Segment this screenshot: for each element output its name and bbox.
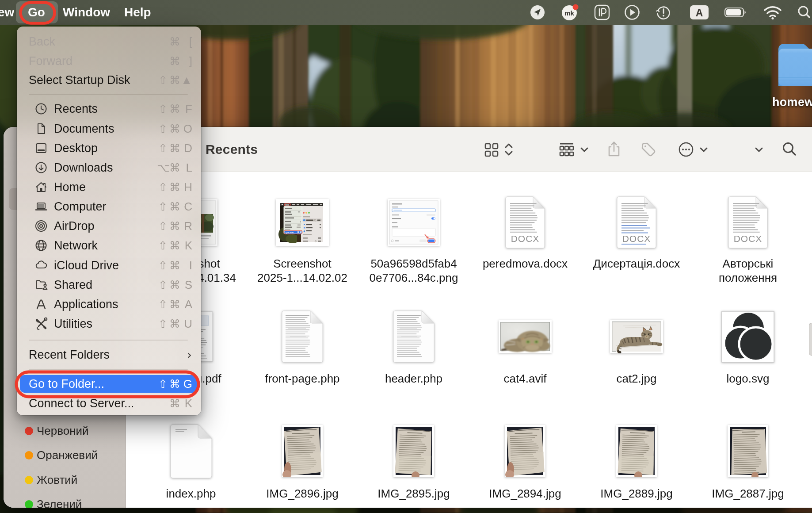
menu-item-icloud-drive[interactable]: iCloud Drive⇧⌘I [20, 256, 198, 274]
menu-item-forward[interactable]: Forward⌘] [20, 52, 198, 70]
sidebar-tag-Червоний[interactable]: Червоний [4, 422, 126, 440]
menu-item-computer[interactable]: Computer⇧⌘C [20, 198, 198, 215]
desktop-folder-homework[interactable]: homework [775, 40, 812, 111]
wifi-icon[interactable] [761, 0, 784, 25]
file-item[interactable]: cat4.avif [469, 308, 581, 386]
menu-item-label: Downloads [54, 161, 113, 175]
menu-item-label: Applications [54, 298, 118, 311]
menu-item-back[interactable]: Back⌘[ [20, 33, 198, 50]
file-thumbnail [692, 422, 804, 480]
menu-item-shortcut: ⇧⌘G [157, 377, 192, 391]
tag-label: Зелений [37, 498, 82, 508]
input-source-icon[interactable]: A [688, 0, 711, 25]
file-name: header.php [358, 371, 469, 386]
menu-item-label: Computer [54, 200, 107, 214]
file-thumbnail [358, 422, 469, 480]
folder-icon [775, 40, 812, 86]
file-name: IMG_2894.jpg [469, 486, 581, 501]
file-item[interactable]: front-page.php [247, 308, 358, 386]
scrollbar-thumb[interactable] [809, 323, 812, 356]
menu-item-desktop[interactable]: Desktop⇧⌘D [20, 139, 198, 157]
menu-item-utilities[interactable]: Utilities⇧⌘U [20, 315, 198, 333]
file-item[interactable]: header.php [358, 308, 469, 386]
menu-item-shortcut: ⌥⌘L [157, 161, 192, 175]
menu-item-label: Shared [54, 278, 92, 292]
tag-color-dot [25, 427, 33, 435]
sidebar-tag-Оранжевий[interactable]: Оранжевий [4, 446, 126, 464]
file-item[interactable]: IMG_2889.jpg [581, 422, 692, 501]
backup-alert-icon[interactable] [652, 0, 675, 25]
desktop-screen: homework ЧервонийОранжевийЖовтийЗелений … [0, 0, 812, 513]
home-icon [34, 180, 48, 194]
tag-color-dot [25, 451, 33, 459]
group-by-icon[interactable] [557, 127, 576, 172]
menu-item-network[interactable]: Network⇧⌘K [20, 237, 198, 254]
tag-icon[interactable] [639, 127, 658, 172]
menubar-item-window[interactable]: Window [63, 0, 110, 25]
menu-item-home[interactable]: Home⇧⌘H [20, 178, 198, 196]
mk-app-icon[interactable]: mk [559, 0, 582, 25]
menu-item-recents[interactable]: Recents⇧⌘F [20, 100, 198, 118]
file-thumbnail [469, 422, 581, 480]
file-item[interactable]: DOCX Авторськіположення [692, 194, 804, 285]
search-icon[interactable] [780, 127, 799, 172]
more-circle-icon[interactable] [676, 127, 696, 172]
menubar-item-help[interactable]: Help [124, 0, 151, 25]
menu-item-label: Select Startup Disk [29, 73, 130, 87]
menu-item-shortcut: ⇧⌘R [157, 219, 192, 233]
file-item[interactable]: 50a96598d5fab40e7706...84c.png [358, 194, 469, 285]
menu-item-applications[interactable]: Applications⇧⌘A [20, 295, 198, 313]
menubar-item-view[interactable]: View [0, 0, 14, 25]
sidebar-tag-Жовтий[interactable]: Жовтий [4, 471, 126, 489]
svg-text:Mail: Mail [285, 203, 289, 206]
file-item[interactable]: Mail Quit Mail Screenshot2025-1...14.02.… [247, 194, 358, 285]
menu-item-airdrop[interactable]: AirDrop⇧⌘R [20, 217, 198, 235]
chevron-down-icon[interactable] [575, 127, 594, 172]
updown-chevron-icon[interactable] [499, 127, 518, 172]
location-icon[interactable] [526, 0, 549, 25]
menu-separator [29, 340, 188, 341]
file-name: Авторськіположення [692, 256, 804, 285]
file-item[interactable]: IMG_2894.jpg [469, 422, 581, 501]
file-item[interactable]: IMG_2896.jpg [247, 422, 358, 501]
chevron-down-icon[interactable] [694, 127, 713, 172]
finder-toolbar: Recents [126, 127, 812, 172]
file-item[interactable]: cat2.jpg [581, 308, 692, 386]
menu-item-recent-folders[interactable]: Recent Folders› [20, 346, 198, 364]
menu-item-shared[interactable]: Shared⇧⌘S [20, 276, 198, 294]
parallels-icon[interactable] [591, 0, 614, 25]
menu-item-go-to-folder[interactable]: Go to Folder...⇧⌘G [20, 375, 198, 393]
spotlight-search-icon[interactable] [793, 0, 812, 25]
menu-item-shortcut: ⇧⌘▲ [157, 73, 192, 87]
file-item[interactable]: IMG_2887.jpg [692, 422, 804, 501]
desktop-icon [34, 142, 48, 155]
battery-icon[interactable] [724, 0, 747, 25]
file-thumbnail: DOCX [581, 194, 692, 251]
menu-item-label: Go to Folder... [29, 377, 104, 391]
menu-item-label: iCloud Drive [54, 259, 119, 272]
file-item[interactable]: DOCX peredmova.docx [469, 194, 581, 271]
file-name: IMG_2895.jpg [358, 486, 469, 501]
file-item[interactable]: DOCX Дисертація.docx [581, 194, 692, 271]
menu-item-label: Forward [29, 54, 72, 68]
menu-item-label: Home [54, 180, 86, 194]
airdrop-icon [34, 219, 48, 233]
menu-item-label: Back [29, 35, 55, 49]
play-circle-icon[interactable] [621, 0, 644, 25]
file-item[interactable]: index.php [135, 422, 247, 501]
sidebar-tag-Зелений[interactable]: Зелений [4, 495, 126, 508]
share-icon[interactable] [604, 127, 624, 172]
chevron-down-icon[interactable] [749, 127, 769, 172]
grid-view-icon[interactable] [482, 127, 501, 172]
menu-item-shortcut: ⇧⌘A [157, 298, 192, 311]
menu-item-documents[interactable]: Documents⇧⌘O [20, 120, 198, 138]
menu-item-downloads[interactable]: Downloads⌥⌘L [20, 159, 198, 176]
file-name: cat4.avif [469, 371, 581, 386]
menu-item-connect-to-server[interactable]: Connect to Server...⌘K [20, 394, 198, 412]
file-item[interactable]: logo.svg [692, 308, 804, 386]
svg-text:A: A [696, 7, 703, 19]
file-item[interactable]: IMG_2895.jpg [358, 422, 469, 501]
menu-item-select-startup-disk[interactable]: Select Startup Disk⇧⌘▲ [20, 71, 198, 89]
menubar-item-go[interactable]: Go [28, 0, 45, 25]
file-name: front-page.php [247, 371, 358, 386]
